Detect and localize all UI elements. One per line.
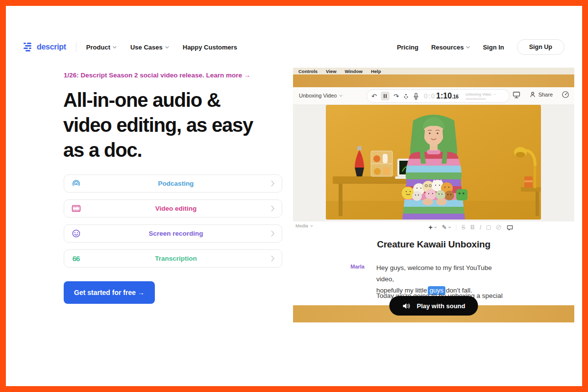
document-panel: Media + ✎ S B I bbox=[293, 221, 574, 305]
nav-happy-customers-label: Happy Customers bbox=[183, 44, 237, 51]
chevron-down-icon bbox=[339, 95, 343, 97]
announcement-banner[interactable]: 1/26: Descript Season 2 social video rel… bbox=[64, 72, 250, 79]
present-display-icon bbox=[513, 91, 520, 98]
nav-left: descript Product Use Cases Happy Custome… bbox=[24, 42, 237, 52]
toolbar-divider bbox=[456, 224, 457, 230]
app-toolbar: Unboxing Video ↶ ↷ 0:0 1:10 .16 bbox=[293, 87, 574, 105]
menu-controls: Controls bbox=[298, 69, 318, 74]
project-name: Unboxing Video bbox=[299, 93, 337, 98]
headline-line: video editing, as easy bbox=[63, 113, 253, 138]
nav-links: Product Use Cases Happy Customers bbox=[86, 44, 237, 51]
feature-label: Podcasting bbox=[81, 180, 271, 187]
nav-pricing[interactable]: Pricing bbox=[397, 44, 418, 51]
undo-icon: ↶ bbox=[371, 93, 377, 100]
chevron-right-icon bbox=[271, 180, 275, 187]
menu-view: View bbox=[326, 69, 336, 74]
redo-icon: ↷ bbox=[393, 93, 399, 100]
feature-label: Screen recording bbox=[81, 230, 271, 237]
insert-button: + bbox=[429, 223, 437, 231]
plus-icon: + bbox=[429, 223, 433, 231]
chevron-down-icon bbox=[448, 226, 451, 228]
media-panel-toggle: Media bbox=[295, 223, 313, 228]
quotes-icon: 66 bbox=[71, 254, 81, 264]
page-frame: descript Product Use Cases Happy Custome… bbox=[0, 0, 588, 392]
share-button: Share bbox=[529, 91, 553, 98]
announcement-text: 1/26: Descript Season 2 social video rel… bbox=[64, 72, 204, 79]
nav-right: Pricing Resources Sign In Sign Up bbox=[397, 39, 564, 55]
menu-help: Help bbox=[371, 69, 381, 74]
desktop-wallpaper-strip bbox=[293, 74, 574, 87]
pen-icon: ✎ bbox=[442, 224, 447, 231]
chevron-right-icon bbox=[271, 255, 275, 262]
feature-video-editing[interactable]: Video editing bbox=[64, 199, 282, 218]
chevron-down-icon bbox=[113, 46, 117, 49]
feature-label: Transcription bbox=[81, 255, 271, 262]
composition-dropdown: Unboxing Video bbox=[466, 92, 496, 100]
media-label: Media bbox=[295, 223, 308, 228]
feature-label: Video editing bbox=[81, 205, 271, 212]
toolbar-right: Share bbox=[513, 91, 569, 98]
nav-sign-in-label: Sign In bbox=[483, 44, 504, 51]
sign-up-button[interactable]: Sign Up bbox=[517, 39, 564, 55]
chevron-down-icon bbox=[466, 46, 470, 49]
mic-icon bbox=[413, 93, 419, 100]
page-title: All-in-one audio & video editing, as eas… bbox=[63, 88, 253, 163]
headline-line: as a doc. bbox=[63, 138, 253, 163]
video-scene bbox=[326, 105, 541, 220]
chevron-down-icon bbox=[165, 46, 169, 49]
share-label: Share bbox=[539, 92, 553, 98]
filmstrip-icon bbox=[71, 204, 81, 214]
play-with-sound-button[interactable]: Play with sound bbox=[390, 296, 478, 316]
nav-product-label: Product bbox=[86, 44, 110, 51]
chevron-icon bbox=[493, 94, 496, 96]
chevron-down-icon bbox=[434, 226, 437, 228]
italic-icon: I bbox=[480, 224, 482, 231]
nav-use-cases[interactable]: Use Cases bbox=[130, 44, 169, 51]
highlight-box-icon bbox=[487, 225, 491, 230]
nav-divider bbox=[76, 42, 76, 52]
person-icon bbox=[529, 91, 536, 98]
link-icon bbox=[496, 224, 502, 230]
pen-tool-button: ✎ bbox=[442, 224, 451, 231]
nav-resources[interactable]: Resources bbox=[431, 44, 470, 51]
announcement-link[interactable]: Learn more → bbox=[206, 72, 250, 79]
video-preview-card: Controls View Window Help Unboxing Video… bbox=[293, 68, 574, 322]
timecode-frames: .16 bbox=[452, 94, 459, 99]
timecode: 0:0 1:10 .16 bbox=[424, 92, 459, 100]
bold-icon: B bbox=[470, 224, 475, 231]
doc-title: Creature Kawaii Unboxing bbox=[293, 239, 574, 250]
descript-logo-icon bbox=[24, 43, 33, 51]
speedometer-icon bbox=[562, 91, 569, 98]
comment-icon bbox=[507, 224, 514, 231]
headline-line: All-in-one audio & bbox=[63, 88, 253, 113]
video-frame bbox=[326, 105, 541, 220]
strikethrough-icon: S bbox=[462, 224, 466, 231]
project-name-dropdown: Unboxing Video bbox=[299, 93, 343, 98]
nav-use-cases-label: Use Cases bbox=[130, 44, 163, 51]
chevron-down-icon bbox=[310, 225, 313, 227]
chevron-right-icon bbox=[271, 205, 275, 212]
pause-button bbox=[381, 92, 390, 100]
feature-transcription[interactable]: 66 Transcription bbox=[64, 249, 282, 268]
transcript-text: Hey guys, welcome to my first YouTube vi… bbox=[376, 264, 492, 283]
nav-resources-label: Resources bbox=[431, 44, 464, 51]
filler-words-icon bbox=[403, 93, 409, 99]
feature-screen-recording[interactable]: Screen recording bbox=[64, 224, 282, 243]
podcast-icon bbox=[71, 179, 81, 189]
top-nav: descript Product Use Cases Happy Custome… bbox=[24, 40, 564, 54]
macos-menubar: Controls View Window Help bbox=[293, 68, 574, 74]
feature-podcasting[interactable]: Podcasting bbox=[64, 174, 282, 193]
menu-window: Window bbox=[345, 69, 363, 74]
nav-happy-customers[interactable]: Happy Customers bbox=[183, 44, 237, 51]
descript-logo[interactable]: descript bbox=[24, 43, 66, 51]
nav-sign-in[interactable]: Sign In bbox=[483, 44, 504, 51]
speaker-label: Marla bbox=[293, 264, 365, 270]
play-with-sound-label: Play with sound bbox=[417, 302, 466, 310]
doc-toolbar: + ✎ S B I bbox=[429, 223, 514, 231]
composition-name: Unboxing Video bbox=[466, 92, 491, 97]
nav-product[interactable]: Product bbox=[86, 44, 117, 51]
get-started-button[interactable]: Get started for free → bbox=[64, 281, 155, 304]
timecode-minutes: 1:10 bbox=[436, 92, 452, 100]
smiley-icon bbox=[71, 229, 81, 239]
playback-controls: ↶ ↷ 0:0 1:10 .16 Unboxing Video bbox=[367, 89, 510, 103]
